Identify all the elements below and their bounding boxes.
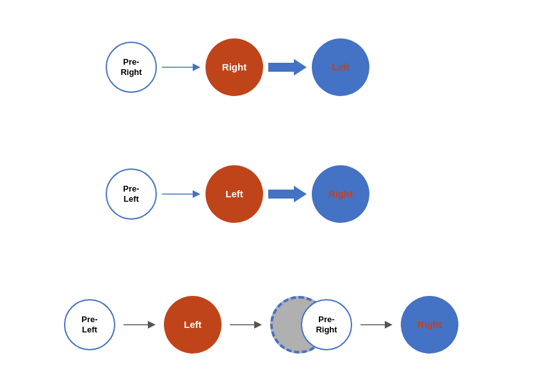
node-right-2: Right bbox=[312, 165, 369, 223]
node-right-3: Right bbox=[401, 296, 458, 354]
arrow-thin-1 bbox=[162, 60, 200, 75]
node-right-1: Right bbox=[206, 38, 263, 96]
node-pre-left-2: Pre- Left bbox=[106, 168, 157, 220]
node-left-1: Left bbox=[312, 38, 369, 96]
arrow-thin-3 bbox=[120, 317, 159, 332]
svg-marker-7 bbox=[148, 321, 156, 329]
node-pre-left-3: Pre- Left bbox=[64, 299, 115, 350]
arrow-thin-2 bbox=[162, 186, 200, 202]
node-left-2: Left bbox=[206, 165, 263, 223]
arrow-thick-1 bbox=[268, 58, 307, 77]
arrow-thin-5 bbox=[357, 317, 396, 332]
svg-marker-5 bbox=[268, 186, 307, 202]
arrow-thin-4 bbox=[227, 317, 265, 332]
node-pre-right-3: Pre- Right bbox=[301, 299, 352, 350]
svg-marker-4 bbox=[193, 190, 200, 198]
node-left-3: Left bbox=[164, 296, 222, 354]
diagram-row2: Pre- Left Left Right bbox=[106, 165, 369, 223]
svg-marker-2 bbox=[268, 59, 307, 76]
node-pre-right-1: Pre- Right bbox=[106, 42, 157, 93]
diagram-row3-right: Pre- Right Right bbox=[301, 296, 458, 354]
diagram-row3-left: Pre- Left Left bbox=[64, 296, 328, 354]
svg-marker-9 bbox=[254, 321, 262, 329]
svg-marker-11 bbox=[385, 321, 392, 329]
diagram-row1: Pre- Right Right Left bbox=[106, 38, 369, 96]
arrow-thick-2 bbox=[268, 184, 307, 204]
svg-marker-1 bbox=[193, 63, 200, 71]
